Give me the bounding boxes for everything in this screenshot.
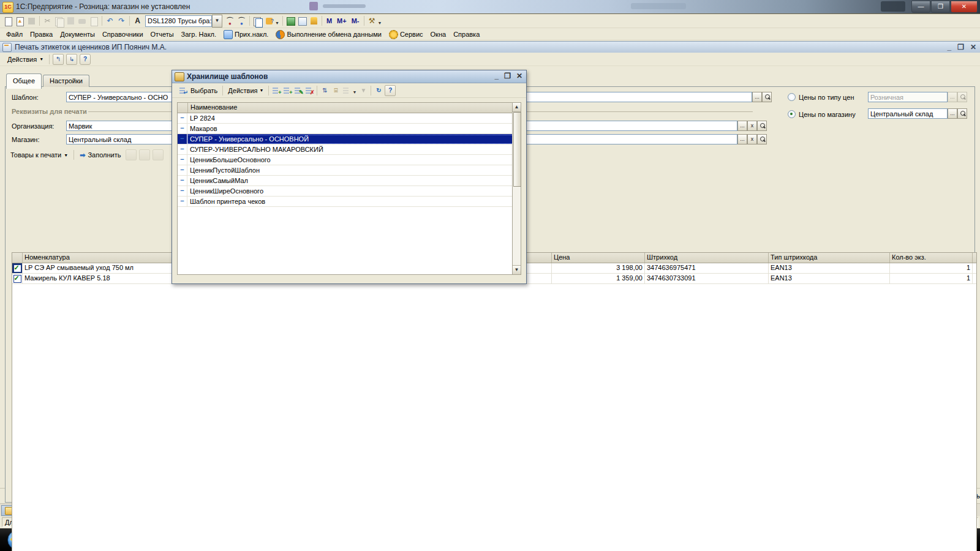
menu-reports[interactable]: Отчеты (147, 29, 178, 39)
paste-icon[interactable] (66, 16, 76, 26)
copy-buffer-icon[interactable] (252, 16, 263, 26)
list-item[interactable]: −ЦенникШиреОсновного (178, 186, 521, 197)
store-clear-button[interactable]: x (747, 134, 757, 144)
calculator-person-icon[interactable] (309, 16, 319, 26)
row-checkbox[interactable] (13, 264, 21, 272)
memory-mminus-button[interactable]: М- (352, 17, 360, 24)
minimize-button[interactable]: — (911, 1, 930, 13)
find-icon[interactable]: А (132, 16, 143, 26)
menu-load-invoice[interactable]: Загр. Накл. (178, 29, 220, 39)
header-price[interactable]: Цена (552, 253, 645, 263)
save-icon[interactable] (26, 16, 37, 26)
dialog-titlebar[interactable]: Хранилище шаблонов _ ❐ ✕ (172, 70, 526, 83)
menu-edit[interactable]: Правка (26, 29, 56, 39)
dialog-actions-button[interactable]: Действия ▼ (225, 86, 266, 96)
list-item[interactable]: −Макаров (178, 124, 521, 134)
help-icon[interactable]: ? (80, 54, 91, 65)
preview-icon[interactable] (89, 16, 99, 26)
price-by-type-radio[interactable]: Цены по типу цен (788, 93, 854, 101)
list-item[interactable]: −ЦенникПустойШаблон (178, 165, 521, 176)
find-next-icon[interactable]: ⌒● (225, 16, 235, 26)
refresh-icon[interactable]: ↻ (374, 86, 383, 96)
menu-service[interactable]: Сервис (385, 29, 427, 40)
new-document-icon[interactable] (3, 16, 13, 26)
memory-m-button[interactable]: М (326, 17, 332, 24)
add-item-icon[interactable]: + (271, 86, 281, 96)
move-up-icon[interactable] (126, 149, 137, 160)
menu-file[interactable]: Файл (2, 29, 26, 39)
dialog-minimize-button[interactable]: _ (494, 72, 499, 80)
menu-data-exchange[interactable]: Выполнение обмена данными (272, 29, 385, 40)
copy-icon[interactable] (54, 16, 64, 26)
list-header-name[interactable]: Наименование (188, 103, 512, 113)
menu-documents[interactable]: Документы (56, 29, 99, 39)
scroll-down-icon[interactable]: ▼ (513, 265, 521, 274)
price-store-more-button[interactable]: ... (948, 108, 957, 119)
close-button[interactable]: ✕ (951, 1, 978, 13)
menu-help[interactable]: Справка (450, 29, 483, 39)
undo-icon[interactable]: ↶ (105, 16, 115, 26)
print-icon[interactable] (77, 16, 88, 26)
tab-settings[interactable]: Настройки (43, 75, 89, 87)
actions-menu-button[interactable]: Действия ▼ (4, 54, 47, 64)
redo-icon[interactable]: ↷ (116, 16, 127, 26)
list-header[interactable]: Наименование ▼ (178, 103, 521, 113)
list-item[interactable]: −СУПЕР-УНИВЕРСАЛЬНО МАКАРОВСКИЙ (178, 144, 521, 155)
list-item-selected[interactable]: −СУПЕР - Универсально - ОСНОВНОЙ (178, 134, 521, 144)
menu-windows[interactable]: Окна (427, 29, 450, 39)
dialog-help-icon[interactable]: ? (385, 85, 396, 96)
goods-menu-button[interactable]: Товары к печати ▼ (7, 150, 72, 160)
mdi-close-button[interactable]: ✕ (970, 42, 976, 52)
scroll-up-icon[interactable]: ▲ (513, 103, 521, 112)
header-barcode-type[interactable]: Тип штрихкода (769, 253, 890, 263)
list-item[interactable]: −ЦенникБольшеОсновного (178, 155, 521, 165)
calendar-help-icon[interactable]: ? (264, 16, 274, 26)
organization-search-button[interactable] (757, 121, 767, 131)
dialog-close-button[interactable]: ✕ (516, 72, 522, 80)
list-scrollbar[interactable]: ▲ ▼ (512, 102, 521, 275)
dialog-maximize-button[interactable]: ❐ (504, 72, 511, 80)
tab-general[interactable]: Общее (6, 73, 42, 89)
chevron-down-icon[interactable]: ▼ (378, 21, 382, 25)
header-barcode[interactable]: Штрихкод (645, 253, 769, 263)
go-next-icon[interactable]: ↳ (66, 54, 77, 65)
price-store-field[interactable]: Центральный склад (868, 108, 948, 119)
label-template-combo[interactable]: DSL1280 Трусы бра: ▼ (145, 15, 222, 28)
menu-incoming-invoice[interactable]: Прих.накл. (220, 29, 272, 40)
store-search-button[interactable] (757, 134, 767, 144)
tools-icon[interactable]: ⚒ (367, 16, 377, 26)
template-more-button[interactable]: ... (752, 92, 762, 102)
price-by-store-radio[interactable]: Цены по магазину (788, 110, 856, 118)
chevron-down-icon[interactable]: ▼ (212, 15, 222, 28)
table-icon[interactable] (285, 16, 296, 26)
template-search-button[interactable] (762, 92, 772, 102)
cut-icon[interactable]: ✂ (42, 16, 53, 26)
open-document-icon[interactable]: ▲ (15, 16, 25, 26)
menu-catalogs[interactable]: Справочники (99, 29, 147, 39)
list-item[interactable]: −ЦенникСамыйМал (178, 176, 521, 186)
restore-button[interactable]: ❐ (931, 1, 950, 13)
move-down-icon[interactable] (139, 149, 150, 160)
find-prev-icon[interactable]: ⌒● (236, 16, 247, 26)
sort-icon[interactable]: ⇅ (320, 86, 330, 96)
row-checkbox[interactable] (13, 275, 21, 283)
add-group-icon[interactable]: + (282, 86, 292, 96)
list-item[interactable]: −LP 2824 (178, 113, 521, 124)
label-template-combo-value[interactable]: DSL1280 Трусы бра: (145, 15, 212, 27)
edit-item-icon[interactable]: ✎ (293, 86, 303, 96)
organization-more-button[interactable]: ... (737, 121, 747, 131)
go-previous-icon[interactable]: ↰ (53, 54, 64, 65)
edit-icon[interactable] (153, 149, 164, 160)
mdi-minimize-button[interactable]: _ (947, 42, 951, 52)
price-store-search-button[interactable] (957, 108, 967, 119)
memory-mplus-button[interactable]: М+ (337, 17, 347, 24)
select-button[interactable]: ↵ Выбрать (175, 84, 221, 97)
scroll-thumb[interactable] (513, 112, 521, 187)
organization-clear-button[interactable]: x (747, 121, 757, 131)
store-more-button[interactable]: ... (737, 134, 747, 144)
open-folder-icon[interactable]: ⌸ (331, 86, 341, 96)
delete-item-icon[interactable]: ✗ (304, 86, 314, 96)
list-item[interactable]: −Шаблон принтера чеков (178, 197, 521, 207)
calendar-icon[interactable] (297, 16, 307, 26)
fill-button[interactable]: ➡ Заполнить (76, 150, 124, 160)
